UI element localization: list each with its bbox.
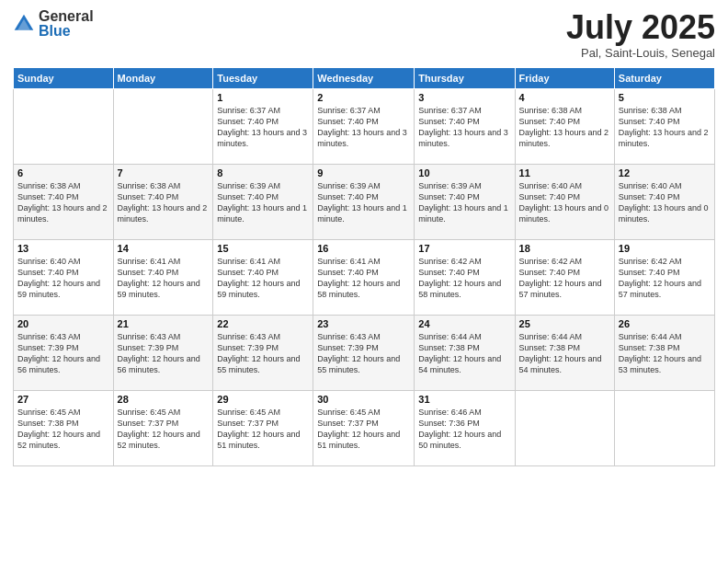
day-detail: Sunrise: 6:40 AM Sunset: 7:40 PM Dayligh… bbox=[519, 180, 610, 225]
day-number: 25 bbox=[519, 318, 610, 329]
calendar-cell: 20Sunrise: 6:43 AM Sunset: 7:39 PM Dayli… bbox=[14, 315, 114, 390]
day-detail: Sunrise: 6:45 AM Sunset: 7:38 PM Dayligh… bbox=[17, 407, 109, 452]
day-detail: Sunrise: 6:38 AM Sunset: 7:40 PM Dayligh… bbox=[519, 105, 610, 150]
day-number: 24 bbox=[418, 318, 510, 329]
day-number: 11 bbox=[519, 167, 610, 178]
day-number: 26 bbox=[619, 318, 711, 329]
calendar: SundayMondayTuesdayWednesdayThursdayFrid… bbox=[13, 67, 715, 466]
calendar-cell bbox=[14, 88, 114, 164]
calendar-cell: 6Sunrise: 6:38 AM Sunset: 7:40 PM Daylig… bbox=[14, 164, 114, 239]
calendar-cell: 27Sunrise: 6:45 AM Sunset: 7:38 PM Dayli… bbox=[14, 390, 114, 465]
day-number: 29 bbox=[217, 394, 309, 405]
day-number: 8 bbox=[217, 167, 309, 178]
day-detail: Sunrise: 6:38 AM Sunset: 7:40 PM Dayligh… bbox=[17, 180, 109, 225]
calendar-cell: 13Sunrise: 6:40 AM Sunset: 7:40 PM Dayli… bbox=[14, 239, 114, 315]
calendar-cell: 18Sunrise: 6:42 AM Sunset: 7:40 PM Dayli… bbox=[515, 239, 614, 315]
calendar-cell: 19Sunrise: 6:42 AM Sunset: 7:40 PM Dayli… bbox=[614, 239, 714, 315]
logo: General Blue bbox=[13, 9, 94, 39]
day-detail: Sunrise: 6:39 AM Sunset: 7:40 PM Dayligh… bbox=[418, 180, 510, 225]
day-detail: Sunrise: 6:41 AM Sunset: 7:40 PM Dayligh… bbox=[317, 256, 410, 301]
day-detail: Sunrise: 6:43 AM Sunset: 7:39 PM Dayligh… bbox=[17, 331, 109, 376]
day-detail: Sunrise: 6:41 AM Sunset: 7:40 PM Dayligh… bbox=[118, 256, 210, 301]
calendar-cell bbox=[515, 390, 614, 465]
day-number: 30 bbox=[317, 394, 410, 405]
day-number: 13 bbox=[17, 243, 109, 254]
day-detail: Sunrise: 6:41 AM Sunset: 7:40 PM Dayligh… bbox=[217, 256, 309, 301]
day-number: 10 bbox=[418, 167, 510, 178]
day-detail: Sunrise: 6:39 AM Sunset: 7:40 PM Dayligh… bbox=[217, 180, 309, 225]
calendar-cell: 31Sunrise: 6:46 AM Sunset: 7:36 PM Dayli… bbox=[415, 390, 515, 465]
calendar-week-3: 13Sunrise: 6:40 AM Sunset: 7:40 PM Dayli… bbox=[14, 239, 715, 315]
calendar-header-wednesday: Wednesday bbox=[313, 67, 415, 88]
day-detail: Sunrise: 6:38 AM Sunset: 7:40 PM Dayligh… bbox=[118, 180, 210, 225]
day-number: 23 bbox=[317, 318, 410, 329]
day-detail: Sunrise: 6:40 AM Sunset: 7:40 PM Dayligh… bbox=[619, 180, 711, 225]
day-number: 17 bbox=[418, 243, 510, 254]
day-detail: Sunrise: 6:45 AM Sunset: 7:37 PM Dayligh… bbox=[217, 407, 309, 452]
calendar-cell: 22Sunrise: 6:43 AM Sunset: 7:39 PM Dayli… bbox=[213, 315, 313, 390]
day-detail: Sunrise: 6:45 AM Sunset: 7:37 PM Dayligh… bbox=[317, 407, 410, 452]
day-number: 31 bbox=[418, 394, 510, 405]
day-number: 28 bbox=[118, 394, 210, 405]
calendar-header-thursday: Thursday bbox=[415, 67, 515, 88]
calendar-cell: 25Sunrise: 6:44 AM Sunset: 7:38 PM Dayli… bbox=[515, 315, 614, 390]
day-number: 16 bbox=[317, 243, 410, 254]
calendar-cell: 11Sunrise: 6:40 AM Sunset: 7:40 PM Dayli… bbox=[515, 164, 614, 239]
calendar-header-tuesday: Tuesday bbox=[213, 67, 313, 88]
month-title: July 2025 bbox=[566, 9, 715, 46]
day-number: 2 bbox=[317, 92, 410, 103]
calendar-cell: 24Sunrise: 6:44 AM Sunset: 7:38 PM Dayli… bbox=[415, 315, 515, 390]
calendar-header-sunday: Sunday bbox=[14, 67, 114, 88]
day-number: 14 bbox=[118, 243, 210, 254]
calendar-cell: 21Sunrise: 6:43 AM Sunset: 7:39 PM Dayli… bbox=[113, 315, 213, 390]
day-detail: Sunrise: 6:37 AM Sunset: 7:40 PM Dayligh… bbox=[317, 105, 410, 150]
calendar-cell: 3Sunrise: 6:37 AM Sunset: 7:40 PM Daylig… bbox=[415, 88, 515, 164]
calendar-header-saturday: Saturday bbox=[614, 67, 714, 88]
day-number: 1 bbox=[217, 92, 309, 103]
calendar-header-friday: Friday bbox=[515, 67, 614, 88]
day-number: 20 bbox=[17, 318, 109, 329]
calendar-cell bbox=[614, 390, 714, 465]
day-number: 5 bbox=[619, 92, 711, 103]
day-detail: Sunrise: 6:42 AM Sunset: 7:40 PM Dayligh… bbox=[418, 256, 510, 301]
day-number: 19 bbox=[619, 243, 711, 254]
day-number: 22 bbox=[217, 318, 309, 329]
calendar-cell: 23Sunrise: 6:43 AM Sunset: 7:39 PM Dayli… bbox=[313, 315, 415, 390]
calendar-cell: 28Sunrise: 6:45 AM Sunset: 7:37 PM Dayli… bbox=[113, 390, 213, 465]
calendar-week-4: 20Sunrise: 6:43 AM Sunset: 7:39 PM Dayli… bbox=[14, 315, 715, 390]
day-number: 6 bbox=[17, 167, 109, 178]
calendar-cell: 1Sunrise: 6:37 AM Sunset: 7:40 PM Daylig… bbox=[213, 88, 313, 164]
day-detail: Sunrise: 6:40 AM Sunset: 7:40 PM Dayligh… bbox=[17, 256, 109, 301]
day-detail: Sunrise: 6:38 AM Sunset: 7:40 PM Dayligh… bbox=[619, 105, 711, 150]
calendar-cell: 14Sunrise: 6:41 AM Sunset: 7:40 PM Dayli… bbox=[113, 239, 213, 315]
day-detail: Sunrise: 6:37 AM Sunset: 7:40 PM Dayligh… bbox=[418, 105, 510, 150]
day-number: 3 bbox=[418, 92, 510, 103]
day-number: 18 bbox=[519, 243, 610, 254]
day-detail: Sunrise: 6:44 AM Sunset: 7:38 PM Dayligh… bbox=[418, 331, 510, 376]
day-detail: Sunrise: 6:42 AM Sunset: 7:40 PM Dayligh… bbox=[519, 256, 610, 301]
logo-blue: Blue bbox=[39, 24, 94, 39]
day-detail: Sunrise: 6:43 AM Sunset: 7:39 PM Dayligh… bbox=[118, 331, 210, 376]
day-detail: Sunrise: 6:44 AM Sunset: 7:38 PM Dayligh… bbox=[619, 331, 711, 376]
logo-icon bbox=[13, 13, 35, 35]
calendar-cell: 17Sunrise: 6:42 AM Sunset: 7:40 PM Dayli… bbox=[415, 239, 515, 315]
calendar-cell: 2Sunrise: 6:37 AM Sunset: 7:40 PM Daylig… bbox=[313, 88, 415, 164]
calendar-cell: 7Sunrise: 6:38 AM Sunset: 7:40 PM Daylig… bbox=[113, 164, 213, 239]
day-detail: Sunrise: 6:43 AM Sunset: 7:39 PM Dayligh… bbox=[317, 331, 410, 376]
logo-text: General Blue bbox=[39, 9, 94, 39]
calendar-week-5: 27Sunrise: 6:45 AM Sunset: 7:38 PM Dayli… bbox=[14, 390, 715, 465]
day-number: 9 bbox=[317, 167, 410, 178]
title-area: July 2025 Pal, Saint-Louis, Senegal bbox=[566, 9, 715, 60]
calendar-cell: 12Sunrise: 6:40 AM Sunset: 7:40 PM Dayli… bbox=[614, 164, 714, 239]
calendar-cell bbox=[113, 88, 213, 164]
calendar-week-2: 6Sunrise: 6:38 AM Sunset: 7:40 PM Daylig… bbox=[14, 164, 715, 239]
day-number: 21 bbox=[118, 318, 210, 329]
calendar-cell: 10Sunrise: 6:39 AM Sunset: 7:40 PM Dayli… bbox=[415, 164, 515, 239]
calendar-cell: 16Sunrise: 6:41 AM Sunset: 7:40 PM Dayli… bbox=[313, 239, 415, 315]
day-number: 7 bbox=[118, 167, 210, 178]
day-detail: Sunrise: 6:43 AM Sunset: 7:39 PM Dayligh… bbox=[217, 331, 309, 376]
day-detail: Sunrise: 6:44 AM Sunset: 7:38 PM Dayligh… bbox=[519, 331, 610, 376]
calendar-cell: 29Sunrise: 6:45 AM Sunset: 7:37 PM Dayli… bbox=[213, 390, 313, 465]
calendar-week-1: 1Sunrise: 6:37 AM Sunset: 7:40 PM Daylig… bbox=[14, 88, 715, 164]
logo-general: General bbox=[39, 9, 94, 24]
